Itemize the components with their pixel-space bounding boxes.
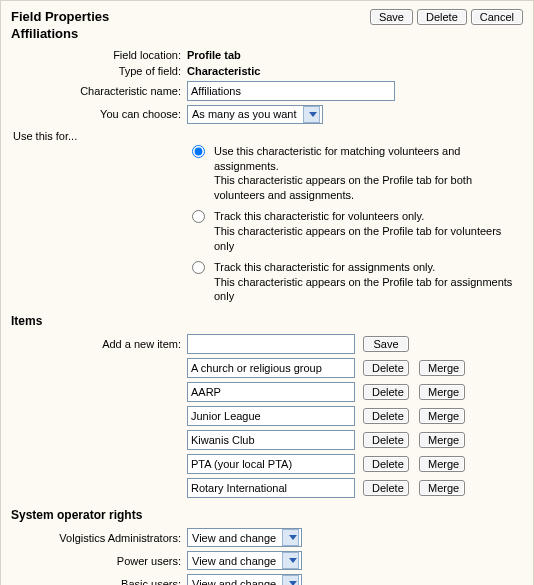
use-for-text: Use this characteristic for matching vol… bbox=[214, 144, 523, 203]
titles: Field Properties Affiliations bbox=[11, 9, 109, 43]
use-for-line2: This characteristic appears on the Profi… bbox=[214, 275, 523, 305]
use-for-line2: This characteristic appears on the Profi… bbox=[214, 173, 523, 203]
chevron-down-icon bbox=[303, 106, 320, 123]
you-can-choose-select[interactable]: As many as you want bbox=[187, 105, 323, 124]
items-heading: Items bbox=[11, 314, 523, 328]
items-grid: Add a new item: Save DeleteMergeDeleteMe… bbox=[11, 334, 523, 498]
add-new-item-input[interactable] bbox=[187, 334, 355, 354]
use-for-radio[interactable] bbox=[192, 145, 205, 158]
use-for-line1: Use this characteristic for matching vol… bbox=[214, 144, 523, 174]
rights-select[interactable]: View and change bbox=[187, 574, 302, 585]
item-name-input[interactable] bbox=[187, 478, 355, 498]
item-merge-button[interactable]: Merge bbox=[419, 360, 465, 376]
chevron-down-icon bbox=[282, 552, 299, 569]
rights-value: View and change bbox=[192, 578, 276, 585]
item-name-input[interactable] bbox=[187, 382, 355, 402]
header: Field Properties Affiliations Save Delet… bbox=[11, 9, 523, 43]
item-delete-button[interactable]: Delete bbox=[363, 432, 409, 448]
basic-fields: Field location: Profile tab Type of fiel… bbox=[11, 49, 523, 124]
rights-value: View and change bbox=[192, 555, 276, 567]
item-delete-button[interactable]: Delete bbox=[363, 408, 409, 424]
item-merge-button[interactable]: Merge bbox=[419, 408, 465, 424]
save-button[interactable]: Save bbox=[370, 9, 413, 25]
use-for-radio[interactable] bbox=[192, 210, 205, 223]
item-name-input[interactable] bbox=[187, 430, 355, 450]
use-for-option: Track this characteristic for volunteers… bbox=[187, 209, 523, 254]
characteristic-name-input[interactable] bbox=[187, 81, 395, 101]
add-new-item-label: Add a new item: bbox=[11, 338, 181, 350]
item-name-input[interactable] bbox=[187, 454, 355, 474]
item-merge-button[interactable]: Merge bbox=[419, 432, 465, 448]
field-properties-panel: Field Properties Affiliations Save Delet… bbox=[0, 0, 534, 585]
use-this-for-group: Use this characteristic for matching vol… bbox=[181, 144, 523, 304]
rights-label: Basic users: bbox=[11, 578, 181, 585]
use-this-for-label: Use this for... bbox=[13, 130, 523, 142]
rights-label: Power users: bbox=[11, 555, 181, 567]
page-subtitle: Affiliations bbox=[11, 26, 109, 43]
you-can-choose-value: As many as you want bbox=[192, 108, 297, 120]
chevron-down-icon bbox=[282, 529, 299, 546]
characteristic-name-label: Characteristic name: bbox=[11, 85, 181, 97]
cancel-button[interactable]: Cancel bbox=[471, 9, 523, 25]
add-item-save-button[interactable]: Save bbox=[363, 336, 409, 352]
use-for-line1: Track this characteristic for volunteers… bbox=[214, 209, 523, 224]
item-delete-button[interactable]: Delete bbox=[363, 384, 409, 400]
item-delete-button[interactable]: Delete bbox=[363, 360, 409, 376]
use-for-text: Track this characteristic for assignment… bbox=[214, 260, 523, 305]
use-for-radio[interactable] bbox=[192, 261, 205, 274]
item-merge-button[interactable]: Merge bbox=[419, 480, 465, 496]
rights-label: Volgistics Administrators: bbox=[11, 532, 181, 544]
chevron-down-icon bbox=[282, 575, 299, 585]
item-delete-button[interactable]: Delete bbox=[363, 456, 409, 472]
item-name-input[interactable] bbox=[187, 406, 355, 426]
rights-heading: System operator rights bbox=[11, 508, 523, 522]
type-of-field-value: Characteristic bbox=[187, 65, 523, 77]
item-merge-button[interactable]: Merge bbox=[419, 384, 465, 400]
header-buttons: Save Delete Cancel bbox=[370, 9, 523, 25]
you-can-choose-label: You can choose: bbox=[11, 108, 181, 120]
use-for-line2: This characteristic appears on the Profi… bbox=[214, 224, 523, 254]
rights-select[interactable]: View and change bbox=[187, 528, 302, 547]
use-for-line1: Track this characteristic for assignment… bbox=[214, 260, 523, 275]
page-title: Field Properties bbox=[11, 9, 109, 26]
type-of-field-label: Type of field: bbox=[11, 65, 181, 77]
use-for-option: Use this characteristic for matching vol… bbox=[187, 144, 523, 203]
rights-value: View and change bbox=[192, 532, 276, 544]
item-name-input[interactable] bbox=[187, 358, 355, 378]
delete-button[interactable]: Delete bbox=[417, 9, 467, 25]
field-location-value: Profile tab bbox=[187, 49, 523, 61]
item-delete-button[interactable]: Delete bbox=[363, 480, 409, 496]
use-for-text: Track this characteristic for volunteers… bbox=[214, 209, 523, 254]
field-location-label: Field location: bbox=[11, 49, 181, 61]
item-merge-button[interactable]: Merge bbox=[419, 456, 465, 472]
rights-grid: Volgistics Administrators:View and chang… bbox=[11, 528, 523, 585]
rights-select[interactable]: View and change bbox=[187, 551, 302, 570]
use-for-option: Track this characteristic for assignment… bbox=[187, 260, 523, 305]
